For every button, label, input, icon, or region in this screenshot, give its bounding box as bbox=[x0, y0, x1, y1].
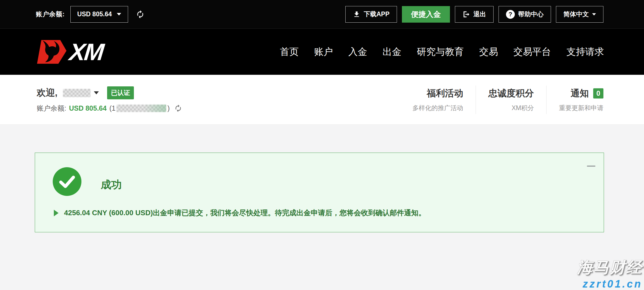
content-area: 成功 4256.04 CNY (600.00 USD)出金申请已提交，我们将会尽… bbox=[0, 125, 644, 290]
nav-item-support[interactable]: 支持请求 bbox=[566, 46, 604, 58]
language-label: 简体中文 bbox=[563, 10, 589, 18]
download-app-label: 下载APP bbox=[364, 10, 389, 18]
notifications-label: 通知 bbox=[571, 87, 589, 100]
alert-title: 成功 bbox=[101, 178, 122, 192]
language-selector-button[interactable]: 简体中文 bbox=[556, 6, 603, 23]
nav-item-deposit[interactable]: 入金 bbox=[348, 46, 367, 58]
top-utility-bar: 账户余额: USD 805.64 下载APP 便捷入金 bbox=[0, 0, 644, 29]
refresh-icon[interactable] bbox=[136, 10, 145, 19]
balance-label: 账户余额: bbox=[37, 104, 66, 113]
blurred-account-number bbox=[116, 105, 166, 112]
nav-item-research-education[interactable]: 研究与教育 bbox=[417, 46, 464, 58]
success-check-icon bbox=[53, 167, 81, 196]
promotions-subtitle: 多样化的推广活动 bbox=[412, 104, 463, 112]
notifications-subtitle: 重要更新和申请 bbox=[559, 104, 603, 112]
quick-links: 福利活动 多样化的推广活动 忠诚度积分 XM积分 通知 0 重要更新和申请 bbox=[400, 86, 603, 114]
easy-deposit-label: 便捷入金 bbox=[411, 9, 441, 19]
loyalty-title: 忠诚度积分 bbox=[488, 87, 534, 100]
blurred-username bbox=[63, 89, 91, 97]
quick-link-notifications[interactable]: 通知 0 重要更新和申请 bbox=[546, 86, 603, 114]
alert-message-row: 4256.04 CNY (600.00 USD)出金申请已提交，我们将会尽快处理… bbox=[54, 208, 426, 218]
quick-link-promotions[interactable]: 福利活动 多样化的推广活动 bbox=[400, 86, 476, 114]
nav-item-trading[interactable]: 交易 bbox=[479, 46, 498, 58]
nav-item-withdrawal[interactable]: 出金 bbox=[383, 46, 401, 58]
refresh-icon[interactable] bbox=[174, 104, 182, 112]
welcome-left: 欢迎, 已认证 账户余额: USD 805.64 (1 ) bbox=[37, 86, 182, 113]
notification-count-badge: 0 bbox=[593, 88, 603, 99]
notifications-title: 通知 0 bbox=[559, 87, 603, 100]
logout-button[interactable]: 退出 bbox=[455, 6, 494, 23]
watermark-brand-text: 海马财经 bbox=[577, 257, 642, 278]
quick-link-loyalty[interactable]: 忠诚度积分 XM积分 bbox=[476, 86, 546, 114]
success-alert-panel: 成功 4256.04 CNY (600.00 USD)出金申请已提交，我们将会尽… bbox=[35, 153, 604, 232]
promotions-title: 福利活动 bbox=[412, 87, 463, 100]
chevron-down-icon[interactable] bbox=[94, 91, 99, 94]
account-number-close: ) bbox=[167, 104, 169, 112]
xm-logo[interactable]: XM bbox=[35, 40, 103, 64]
xm-logo-text: XM bbox=[68, 40, 104, 64]
download-icon bbox=[353, 10, 361, 18]
welcome-strip: 欢迎, 已认证 账户余额: USD 805.64 (1 ) 福利活动 多样化的推… bbox=[0, 75, 644, 125]
account-balance-line: 账户余额: USD 805.64 (1 ) bbox=[37, 104, 182, 113]
welcome-line: 欢迎, 已认证 bbox=[37, 86, 182, 99]
nav-item-platforms[interactable]: 交易平台 bbox=[513, 46, 551, 58]
main-nav-menu: 首页 账户 入金 出金 研究与教育 交易 交易平台 支持请求 bbox=[280, 46, 604, 58]
watermark-url-text: zzrt01.cn bbox=[577, 278, 642, 290]
account-balance-dropdown[interactable]: USD 805.64 bbox=[70, 6, 128, 23]
main-navigation-bar: XM 首页 账户 入金 出金 研究与教育 交易 交易平台 支持请求 bbox=[0, 29, 644, 75]
topbar-actions: 下载APP 便捷入金 退出 ? 帮助中心 简体中文 bbox=[345, 6, 603, 23]
bullet-triangle-icon bbox=[54, 210, 59, 216]
xm-member-area-page: 账户余额: USD 805.64 下载APP 便捷入金 bbox=[0, 0, 644, 290]
easy-deposit-button[interactable]: 便捷入金 bbox=[402, 6, 450, 23]
loyalty-subtitle: XM积分 bbox=[488, 104, 534, 112]
topbar-balance-label: 账户余额: bbox=[36, 10, 65, 18]
alert-message-text: 4256.04 CNY (600.00 USD)出金申请已提交，我们将会尽快处理… bbox=[64, 208, 426, 218]
question-mark-icon: ? bbox=[506, 10, 515, 19]
nav-item-home[interactable]: 首页 bbox=[280, 46, 299, 58]
download-app-button[interactable]: 下载APP bbox=[345, 6, 397, 23]
help-center-button[interactable]: ? 帮助中心 bbox=[499, 6, 551, 23]
help-center-label: 帮助中心 bbox=[518, 10, 544, 18]
site-watermark: 海马财经 zzrt01.cn bbox=[577, 257, 642, 290]
logout-icon bbox=[462, 10, 470, 18]
account-balance-value: USD 805.64 bbox=[77, 10, 112, 18]
logout-label: 退出 bbox=[473, 10, 486, 18]
welcome-greeting: 欢迎, bbox=[37, 87, 57, 99]
account-number-open: (1 bbox=[109, 104, 115, 112]
nav-item-account[interactable]: 账户 bbox=[314, 46, 333, 58]
chevron-down-icon bbox=[117, 13, 121, 15]
balance-value: USD 805.64 bbox=[69, 104, 107, 112]
verified-status-badge: 已认证 bbox=[107, 86, 134, 99]
collapse-panel-icon[interactable] bbox=[587, 166, 595, 167]
xm-bull-logo-icon bbox=[35, 40, 68, 64]
chevron-down-icon bbox=[592, 13, 596, 15]
